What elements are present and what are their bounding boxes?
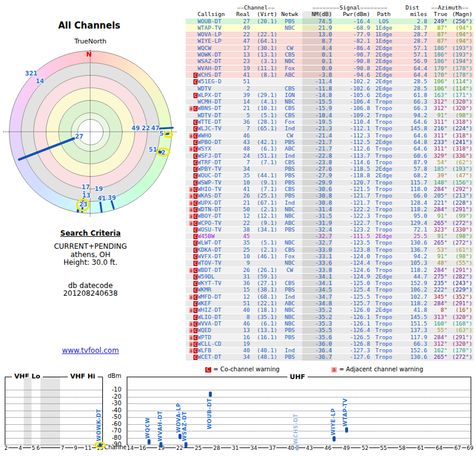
dbm-gridline xyxy=(128,390,471,390)
path-cell: Tropo xyxy=(370,126,397,132)
vhf-panel-right-border xyxy=(102,377,103,448)
co-channel-badge: C xyxy=(205,367,211,373)
azimuth-magnetic-cell: (291°) xyxy=(447,301,472,306)
azimuth-true-cell: 265° xyxy=(427,220,447,226)
distance-cell: 61.8 xyxy=(397,92,427,98)
vhf-channel-tick: 6 xyxy=(36,445,40,451)
network-cell: Fox xyxy=(277,253,302,259)
table-row: aCWBOY-DT12(12.1)NBC-31.5-122.3Tropo95.0… xyxy=(186,213,474,220)
azimuth-magnetic-cell: (291°) xyxy=(447,267,472,273)
dbm-gridline xyxy=(128,403,471,404)
noise-margin-cell: -30.8 xyxy=(302,200,332,206)
distance-cell: 128.4 xyxy=(397,200,427,206)
noise-margin-cell: -32.7 xyxy=(302,233,332,239)
callsign-cell: WCMH-DT xyxy=(198,99,234,105)
noise-margin-cell: 8.7 xyxy=(302,38,332,44)
adjacent-channel-warning-badge: a xyxy=(189,328,193,333)
power-cell: -16.4 xyxy=(332,18,370,24)
distance-cell: 87.9 xyxy=(397,159,427,165)
virtual-channel-cell: (6.1) xyxy=(250,146,277,152)
noise-margin-cell: -35.2 xyxy=(302,307,332,313)
azimuth-magnetic-cell: (243°) xyxy=(447,280,472,286)
callsign-cell: WCLL-CD xyxy=(198,341,234,347)
network-cell: CBS xyxy=(277,105,302,111)
callsign-cell: WTAP-TV xyxy=(198,25,234,31)
real-channel-cell: 31 xyxy=(234,274,250,280)
vhf-gap-band xyxy=(40,377,60,447)
network-cell: CBS xyxy=(277,159,302,165)
power-cell: -126.0 xyxy=(332,307,370,313)
dbm-gridline xyxy=(6,431,102,431)
real-channel-cell: 15 xyxy=(234,287,250,293)
callsign-cell: WSFJ-DT xyxy=(198,153,234,159)
real-channel-cell: 12 xyxy=(234,213,250,219)
network-cell: PBS xyxy=(277,166,302,172)
power-cell: -113.7 xyxy=(332,153,370,159)
dbm-gridline xyxy=(128,438,471,439)
azimuth-magnetic-cell: (193°) xyxy=(447,45,472,51)
azimuth-true-cell: 205° xyxy=(427,193,447,199)
radar-crosshair-vertical xyxy=(90,50,90,217)
noise-margin-cell: -14.8 xyxy=(302,92,332,98)
noise-margin-cell: -33.1 xyxy=(302,253,332,259)
power-cell: -90.8 xyxy=(332,58,370,64)
dbm-gridline xyxy=(128,424,471,425)
virtual-channel-cell: (18.1) xyxy=(250,307,277,313)
azimuth-magnetic-cell: (156°) xyxy=(447,180,472,186)
noise-margin-cell: -18.4 xyxy=(302,112,332,118)
uhf-channel-tick: 52 xyxy=(361,445,369,451)
path-cell: Tropo xyxy=(370,341,397,347)
callsign-cell: WWHO xyxy=(198,133,234,139)
real-channel-cell: 36 xyxy=(234,280,250,286)
uhf-channel-tick: 67 xyxy=(453,445,461,451)
distance-cell: 66.3 xyxy=(397,341,427,347)
uhf-channel-tick: 19 xyxy=(157,445,165,451)
adjacent-channel-badge: a xyxy=(331,367,337,373)
spectrum-station-label: WOVA-LP xyxy=(176,403,181,433)
azimuth-magnetic-cell: (320°) xyxy=(447,99,472,105)
real-channel-cell: 17 xyxy=(234,45,250,51)
real-channel-cell: 16 xyxy=(234,334,250,340)
distance-cell: 118.2 xyxy=(397,267,427,273)
real-channel-cell: 40 xyxy=(234,307,250,313)
dbm-gridline xyxy=(6,424,102,425)
noise-margin-cell: -21.7 xyxy=(302,146,332,152)
col-magn: (Magn) xyxy=(447,11,472,18)
network-cell: CBS xyxy=(277,112,302,118)
dbm-gridline xyxy=(6,403,102,404)
path-cell: 2Edge xyxy=(370,166,397,172)
power-cell: -124.6 xyxy=(332,267,370,273)
tvfool-link[interactable]: www.tvfool.com xyxy=(31,346,150,355)
vhf-hi-label: VHF Hi xyxy=(68,373,98,380)
dbm-tick-label: -70 xyxy=(104,427,121,434)
callsign-cell: KDKA-DT xyxy=(198,247,234,253)
path-cell: 2Edge xyxy=(370,58,397,64)
uhf-channel-tick: 46 xyxy=(324,445,331,451)
noise-margin-cell: -3.8 xyxy=(302,72,332,78)
path-cell: 2Edge xyxy=(370,79,397,84)
col-pwr: Pwr(dBm) xyxy=(332,11,370,18)
distance-cell: 106.2 xyxy=(397,287,427,293)
azimuth-true-cell: 284° xyxy=(427,186,447,192)
network-cell: NBC xyxy=(277,307,302,313)
azimuth-true-cell: 87° xyxy=(427,32,447,37)
azimuth-magnetic-cell: (318°) xyxy=(447,146,472,152)
virtual-channel-cell: (9.1) xyxy=(250,180,277,186)
azimuth-magnetic-cell: (291°) xyxy=(447,206,472,212)
dbm-tick-label: -20 xyxy=(104,393,121,400)
azimuth-magnetic-cell: (168°) xyxy=(447,321,472,327)
noise-margin-cell: -34.8 xyxy=(302,301,332,306)
azimuth-true-cell: 53° xyxy=(427,247,447,253)
callsign-cell: WKAS-DT xyxy=(198,193,234,199)
virtual-channel-cell: (20.1) xyxy=(250,18,277,24)
criteria-location: athens, OH xyxy=(16,251,165,259)
table-row: aCWSYX48(6.1)ABC-21.7-112.6Tropo64.6311°… xyxy=(186,146,474,152)
virtual-channel-cell: (12.1) xyxy=(250,213,277,219)
power-cell: -105.6 xyxy=(332,92,370,98)
real-channel-cell: 22 xyxy=(234,32,250,37)
path-cell: Tropo xyxy=(370,253,397,259)
distance-cell: 102.7 xyxy=(397,294,427,300)
path-cell: Tropo xyxy=(370,153,397,159)
dbm-gridline xyxy=(128,445,471,445)
vhf-channel-tick: 4 xyxy=(18,445,23,451)
